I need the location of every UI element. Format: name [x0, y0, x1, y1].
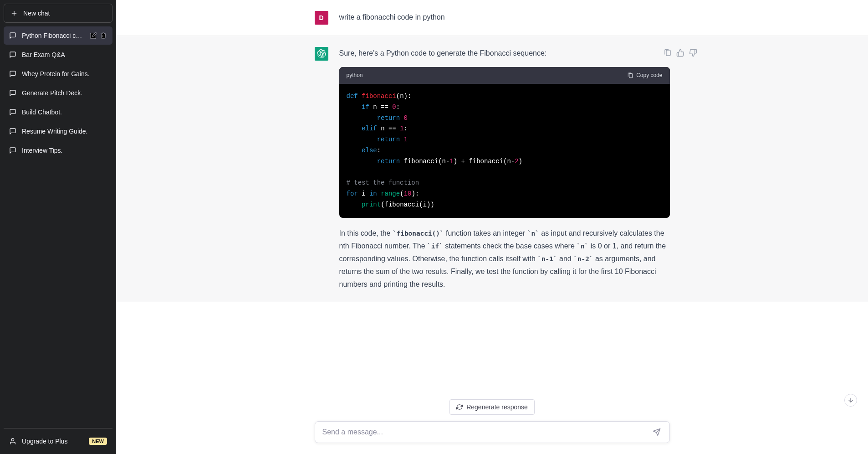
clipboard-icon[interactable] — [664, 49, 672, 57]
svg-point-2 — [11, 439, 14, 441]
sidebar-item-label: Interview Tips. — [22, 147, 107, 154]
sidebar: New chat Python Fibonacci code. Bar Exam… — [0, 0, 116, 454]
svg-rect-3 — [629, 73, 633, 77]
thumbs-down-icon[interactable] — [689, 49, 697, 57]
openai-icon — [317, 49, 326, 58]
sidebar-item-label: Generate Pitch Deck. — [22, 89, 107, 97]
sidebar-item-label: Whey Protein for Gains. — [22, 70, 107, 77]
sidebar-item-label: Bar Exam Q&A — [22, 51, 107, 58]
regenerate-label: Regenerate response — [466, 403, 528, 411]
sidebar-item-chatbot[interactable]: Build Chatbot. — [4, 103, 112, 121]
sidebar-footer: Upgrade to Plus NEW — [4, 428, 112, 450]
copy-code-label: Copy code — [636, 71, 662, 80]
message-user: D write a fibonacchi code in python — [116, 0, 868, 36]
user-icon — [9, 438, 16, 445]
clipboard-icon — [627, 72, 633, 79]
plus-icon — [10, 10, 18, 17]
message-actions — [664, 49, 697, 57]
new-chat-label: New chat — [23, 10, 50, 17]
trash-icon[interactable] — [100, 32, 107, 39]
code-header: python Copy code — [339, 67, 670, 84]
inline-code: `n` — [527, 230, 539, 237]
sidebar-item-label: Resume Writing Guide. — [22, 128, 107, 135]
chat-icon — [9, 128, 16, 135]
assistant-explanation: In this code, the `fibonacci()` function… — [339, 227, 670, 291]
scroll-to-bottom-button[interactable] — [844, 394, 857, 407]
send-button[interactable] — [649, 425, 664, 439]
refresh-icon — [456, 404, 463, 410]
composer-area: Regenerate response — [116, 388, 868, 454]
sidebar-item-whey-protein[interactable]: Whey Protein for Gains. — [4, 65, 112, 83]
thumbs-up-icon[interactable] — [676, 49, 684, 57]
conversation-scroll[interactable]: D write a fibonacchi code in python Sure… — [116, 0, 868, 388]
code-language-label: python — [347, 71, 363, 80]
message-input[interactable] — [322, 428, 647, 436]
assistant-avatar — [315, 47, 328, 61]
new-chat-button[interactable]: New chat — [4, 4, 112, 23]
inline-code: `n` — [577, 242, 588, 250]
chat-icon — [9, 32, 16, 39]
code-content: def fibonacci(n): if n == 0: return 0 el… — [339, 84, 670, 218]
chat-list: Python Fibonacci code. Bar Exam Q&A Whey… — [4, 26, 112, 428]
sidebar-item-resume[interactable]: Resume Writing Guide. — [4, 122, 112, 140]
message-assistant: Sure, here's a Python code to generate t… — [116, 36, 868, 302]
sidebar-item-interview[interactable]: Interview Tips. — [4, 141, 112, 160]
chat-icon — [9, 108, 16, 116]
edit-icon[interactable] — [90, 32, 97, 39]
arrow-down-icon — [848, 397, 854, 403]
chat-icon — [9, 70, 16, 77]
inline-code: `fibonacci()` — [393, 230, 444, 237]
inline-code: `n-2` — [573, 255, 593, 263]
message-composer — [315, 421, 670, 443]
assistant-intro-text: Sure, here's a Python code to generate t… — [339, 47, 670, 60]
inline-code: `n-1` — [537, 255, 557, 263]
inline-code: `if` — [427, 242, 443, 250]
svg-rect-4 — [666, 50, 670, 56]
chat-icon — [9, 89, 16, 97]
assistant-content: Sure, here's a Python code to generate t… — [339, 47, 670, 291]
regenerate-button[interactable]: Regenerate response — [449, 399, 535, 415]
sidebar-item-label: Python Fibonacci code. — [22, 32, 84, 39]
upgrade-button[interactable]: Upgrade to Plus NEW — [4, 432, 112, 450]
copy-code-button[interactable]: Copy code — [627, 71, 662, 80]
chat-icon — [9, 147, 16, 154]
new-badge: NEW — [89, 438, 107, 445]
sidebar-item-pitch-deck[interactable]: Generate Pitch Deck. — [4, 84, 112, 102]
sidebar-item-label: Build Chatbot. — [22, 108, 107, 116]
user-message-text: write a fibonacchi code in python — [339, 11, 670, 25]
send-icon — [653, 428, 661, 436]
sidebar-item-bar-exam[interactable]: Bar Exam Q&A — [4, 46, 112, 64]
upgrade-label: Upgrade to Plus — [22, 438, 67, 445]
code-block: python Copy code def fibonacci(n): if n … — [339, 67, 670, 218]
sidebar-item-fibonacci[interactable]: Python Fibonacci code. — [4, 26, 112, 45]
main-area: D write a fibonacchi code in python Sure… — [116, 0, 868, 454]
chat-icon — [9, 51, 16, 58]
user-avatar: D — [315, 11, 328, 25]
